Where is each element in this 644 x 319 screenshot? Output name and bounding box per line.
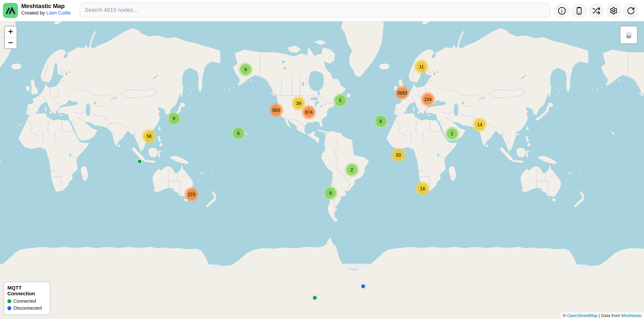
zoom-out-button[interactable]: − xyxy=(5,37,16,48)
cluster-count: 8 xyxy=(375,116,386,127)
world-map xyxy=(0,21,644,319)
node-marker-connected[interactable] xyxy=(312,295,318,301)
layers-control[interactable] xyxy=(620,26,638,44)
settings-button[interactable] xyxy=(606,3,622,19)
page-title: Meshtastic Map xyxy=(21,2,71,10)
node-marker-connected[interactable] xyxy=(137,159,142,164)
zoom-control: + − xyxy=(4,26,17,49)
legend-title: MQTT Connection xyxy=(7,285,46,297)
mobile-app-button[interactable] xyxy=(571,3,587,19)
legend-item-connected: Connected xyxy=(7,298,46,304)
smartphone-icon xyxy=(575,7,583,15)
cluster-count: 8 xyxy=(325,188,336,199)
cluster-marker[interactable]: 223 xyxy=(184,187,199,202)
cluster-count: 14 xyxy=(474,119,485,130)
cluster-marker[interactable]: 16 xyxy=(416,181,430,196)
mqtt-legend: MQTT Connection Connected Disconnected xyxy=(4,282,50,315)
cluster-count: 5 xyxy=(335,95,346,106)
cluster-marker[interactable]: 11 xyxy=(414,59,428,74)
cluster-count: 58 xyxy=(144,131,154,142)
cluster-count: 154 xyxy=(422,94,433,105)
cluster-marker[interactable]: 9 xyxy=(167,111,181,126)
refresh-button[interactable] xyxy=(623,3,639,19)
map-canvas[interactable]: + − MQTT Connection Connected Disconnect… xyxy=(0,21,644,319)
legend-label: Connected xyxy=(14,298,36,304)
author-link[interactable]: Liam Cottle xyxy=(46,10,71,16)
cluster-count: 2693 xyxy=(397,87,408,98)
cluster-marker[interactable]: 2 xyxy=(345,163,359,177)
cluster-count: 874 xyxy=(304,107,314,118)
node-marker-disconnected[interactable] xyxy=(360,284,366,289)
cluster-marker[interactable]: 58 xyxy=(142,129,156,143)
attribution-prefix: © xyxy=(563,313,567,318)
cluster-count: 2 xyxy=(447,128,458,139)
cluster-count: 9 xyxy=(168,113,179,124)
app-logo xyxy=(3,3,18,18)
subtitle-prefix: Created by xyxy=(21,10,46,16)
meshtastic-link[interactable]: Meshtastic xyxy=(621,313,642,318)
zoom-in-button[interactable]: + xyxy=(5,26,16,37)
header: Meshtastic Map Created by Liam Cottle xyxy=(0,0,644,21)
cluster-count: 33 xyxy=(393,150,404,160)
info-button[interactable] xyxy=(554,3,570,19)
search-input[interactable] xyxy=(80,3,550,17)
meshtastic-logo-icon xyxy=(3,3,18,18)
shuffle-icon xyxy=(592,7,600,15)
refresh-icon xyxy=(627,7,635,15)
info-icon xyxy=(558,7,566,15)
cluster-marker[interactable]: 874 xyxy=(302,105,316,119)
cluster-count: 39 xyxy=(293,98,304,109)
attribution-middle: | Data from xyxy=(598,313,621,318)
random-node-button[interactable] xyxy=(588,3,604,19)
cluster-marker[interactable]: 6 xyxy=(231,126,246,140)
cluster-marker[interactable]: 33 xyxy=(391,148,406,162)
layers-icon xyxy=(624,30,634,40)
legend-label: Disconnected xyxy=(14,305,42,311)
cluster-count: 6 xyxy=(233,128,244,139)
cluster-marker[interactable]: 9 xyxy=(238,62,253,77)
cluster-count: 650 xyxy=(271,105,282,115)
attribution: © OpenStreetMap | Data from Meshtastic xyxy=(560,313,644,319)
cluster-marker[interactable]: 8 xyxy=(324,186,338,200)
subtitle: Created by Liam Cottle xyxy=(21,10,71,16)
cluster-marker[interactable]: 8 xyxy=(374,114,388,128)
cluster-count: 11 xyxy=(416,61,427,72)
cluster-marker[interactable]: 14 xyxy=(472,117,487,132)
legend-item-disconnected: Disconnected xyxy=(7,305,46,311)
gear-icon xyxy=(610,7,618,15)
cluster-count: 9 xyxy=(240,64,251,75)
cluster-marker[interactable]: 5 xyxy=(333,93,347,108)
cluster-marker[interactable]: 650 xyxy=(269,103,283,117)
cluster-count: 223 xyxy=(186,189,197,200)
cluster-marker[interactable]: 2693 xyxy=(395,86,409,100)
cluster-marker[interactable]: 2 xyxy=(445,126,459,141)
cluster-marker[interactable]: 154 xyxy=(421,92,435,106)
osm-link[interactable]: OpenStreetMap xyxy=(567,313,598,318)
cluster-count: 2 xyxy=(346,164,357,175)
connected-dot xyxy=(7,299,11,303)
cluster-count: 16 xyxy=(417,183,428,194)
disconnected-dot xyxy=(7,306,11,310)
